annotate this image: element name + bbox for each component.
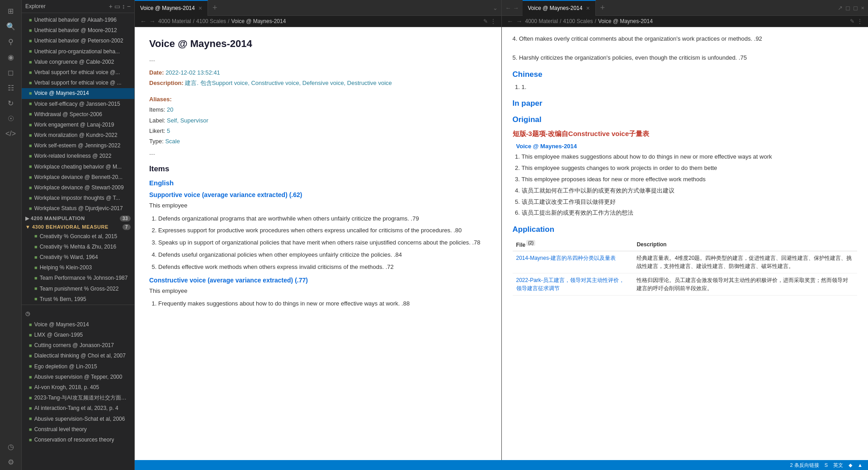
search-icon[interactable]: 🔍 xyxy=(4,19,18,33)
supportive-voice-heading: Supportive voice (average variance extra… xyxy=(149,191,487,198)
new-file-icon[interactable]: + xyxy=(109,3,113,10)
tree-item-work-self-esteem[interactable]: ■Work self-esteem @ Jennings-2022 xyxy=(22,141,134,151)
tree-item-team-performance[interactable]: ■Team Performance % Johnson-1987 xyxy=(22,273,134,283)
right-back-icon[interactable]: ← xyxy=(505,5,511,11)
left-tab-add-icon[interactable]: + xyxy=(208,3,222,13)
tree-item-voice-maynes[interactable]: ■Voice @ Maynes-2014 xyxy=(22,88,134,99)
right-maximize-icon[interactable]: ◻ xyxy=(853,5,858,11)
undo-icon[interactable]: ↻ xyxy=(4,96,18,110)
file-doc-icon: ■ xyxy=(29,415,32,423)
edit-icon[interactable]: ✎ xyxy=(483,18,488,24)
backlinks-count[interactable]: 2 条反向链接 xyxy=(790,462,819,469)
tree-item-workplace-impostor[interactable]: ■Workplace impostor thoughts @ T... xyxy=(22,193,134,203)
tree-item-withdrawal[interactable]: ■Withdrawal @ Spector-2006 xyxy=(22,109,134,120)
database-icon[interactable]: ◻ xyxy=(4,65,18,80)
right-tab-add-icon[interactable]: + xyxy=(596,3,610,13)
recent-abusive[interactable]: ■Abusive supervision @ Tepper, 2000 xyxy=(22,372,134,382)
right-tab-bar: ← → Voice @ Maynes-2014 × + ↗ ◻ ◻ × xyxy=(502,0,868,16)
right-split-icon[interactable]: ◻ xyxy=(845,5,850,11)
left-tab-close-icon[interactable]: × xyxy=(198,5,202,12)
recent-voice-maynes[interactable]: ■Voice @ Maynes-2014 xyxy=(22,320,134,330)
collapse-icon[interactable]: − xyxy=(127,3,131,10)
clock-icon[interactable]: ◷ xyxy=(4,439,18,454)
table-cell-file-link-1[interactable]: 2014-Maynes-建言的吊四种分类以及量表 xyxy=(513,251,633,273)
section-4300-behavioral[interactable]: ▼ 4300 Behavioral measure 7 xyxy=(22,223,134,231)
right-minimize-icon[interactable]: ↗ xyxy=(838,5,843,11)
right-more-icon[interactable]: ⋮ xyxy=(857,18,863,24)
symbols-icon[interactable]: </> xyxy=(4,127,18,141)
right-edit-icon[interactable]: ✎ xyxy=(850,18,854,24)
left-content-scroll[interactable]: Voice @ Maynes-2014 --- Date: 2022-12-02… xyxy=(135,27,501,460)
right-tab-close-icon[interactable]: × xyxy=(586,5,590,12)
left-tab-voice-maynes[interactable]: Voice @ Maynes-2014 × xyxy=(135,0,208,16)
recent-lmx-graen[interactable]: ■LMX @ Graen-1995 xyxy=(22,330,134,340)
short-heading: 短版-3题项-改编自Constructive voice子量表 xyxy=(513,130,858,138)
sougou-icon[interactable]: S xyxy=(825,462,828,468)
recent-construal[interactable]: ■Construal level theory xyxy=(22,424,134,435)
file-doc-icon: ■ xyxy=(29,37,32,45)
file-tree-scroll[interactable]: ■Unethical behavior @ Akaah-1996 ■Unethi… xyxy=(22,13,134,470)
recent-ai-interaction[interactable]: ■AI interaction-Tang et al, 2023, p. 4 xyxy=(22,403,134,414)
recent-cutting-corners[interactable]: ■Cutting corners @ Jonason-2017 xyxy=(22,340,134,351)
tree-item-workplace-deviance-stewart[interactable]: ■Workplace deviance @ Stewart-2009 xyxy=(22,183,134,193)
right-tab-voice-maynes[interactable]: Voice @ Maynes-2014 × xyxy=(523,0,596,16)
right-close-icon[interactable]: × xyxy=(861,5,864,11)
recent-ai-von-krogh[interactable]: ■AI-von Krogh, 2018, p. 405 xyxy=(22,382,134,393)
tree-item-trust-bern[interactable]: ■Trust % Bern, 1995 xyxy=(22,294,134,305)
tree-item-work-related-loneliness[interactable]: ■Work-related loneliness @ 2022 xyxy=(22,151,134,161)
breadcrumb-path-scales[interactable]: 4100 Scales xyxy=(196,18,226,24)
right-breadcrumb-scales[interactable]: 4100 Scales xyxy=(563,18,593,24)
language-label[interactable]: 英文 xyxy=(833,462,843,469)
recent-abusive-schat[interactable]: ■Abusive supervision-Schat et al, 2006 xyxy=(22,414,134,424)
tree-item-helping-klein[interactable]: ■Helping % Klein-2003 xyxy=(22,263,134,273)
tree-item-value-congruence[interactable]: ■Value congruence @ Cable-2002 xyxy=(22,57,134,67)
back-button[interactable]: ← xyxy=(140,18,146,25)
table-cell-desc-2: 性格归因理论。员工建言会激发领导对其主动性的积极评价，进而采取奖赏；然而领导对建… xyxy=(633,273,857,296)
tree-item-workplace-deviance-bennett[interactable]: ■Workplace deviance @ Bennett-20... xyxy=(22,172,134,183)
file-doc-icon: ■ xyxy=(29,394,32,402)
tree-item-verbal-support-1[interactable]: ■Verbal support for ethical voice @... xyxy=(22,67,134,78)
chevron-down-icon[interactable]: ⌄ xyxy=(493,5,498,11)
tree-item-unethical-pro[interactable]: ■Unethical pro-organizational beha... xyxy=(22,47,134,57)
forward-button[interactable]: → xyxy=(149,18,156,25)
right-pane-content-scroll[interactable]: 4. Often makes overly critical comments … xyxy=(502,27,868,460)
tree-item-work-engagement[interactable]: ■Work engagement @ Lanaj-2019 xyxy=(22,120,134,130)
right-forward-btn[interactable]: → xyxy=(516,18,523,25)
sort-icon[interactable]: ↕ xyxy=(122,3,125,10)
breadcrumb-path-material[interactable]: 4000 Material xyxy=(158,18,191,24)
items-val: 20 xyxy=(167,106,173,113)
files-icon[interactable]: ⊞ xyxy=(4,4,18,18)
tree-item-unethical-moore[interactable]: ■Unethical behavior @ Moore-2012 xyxy=(22,25,134,36)
right-back-btn[interactable]: ← xyxy=(507,18,514,25)
more-options-icon[interactable]: ⋮ xyxy=(491,18,496,24)
tree-item-creativity-ward[interactable]: ■Creativity % Ward, 1964 xyxy=(22,252,134,263)
new-folder-icon[interactable]: ▭ xyxy=(114,3,120,10)
table-cell-file-link-2[interactable]: 2022-Park-员工建言，领导对其主动性评价，领导建言征求调节 xyxy=(513,273,633,296)
tree-item-creativity-goncalo[interactable]: ■Creativity % Goncalo et al, 2015 xyxy=(22,231,134,242)
recent-conservation[interactable]: ■Conservation of resources theory xyxy=(22,435,134,445)
right-forward-icon[interactable]: → xyxy=(513,5,519,11)
tree-item-unethical-akaah[interactable]: ■Unethical behavior @ Akaah-1996 xyxy=(22,15,134,25)
label-val: Self, Supervisor xyxy=(167,117,208,124)
tree-item-work-moralization[interactable]: ■Work moralization @ Kundro-2022 xyxy=(22,130,134,141)
tree-item-creativity-mehta[interactable]: ■Creativity % Mehta & Zhu, 2016 xyxy=(22,242,134,252)
right-breadcrumb-material[interactable]: 4000 Material xyxy=(525,18,558,24)
recent-dialectical[interactable]: ■Dialectical thinking @ Choi et al, 2007 xyxy=(22,351,134,361)
status-bar-right: 2 条反向链接 S 英文 ◆ ▲ xyxy=(790,462,863,469)
settings-icon[interactable]: ⚙ xyxy=(4,455,18,469)
tree-item-workplace-status[interactable]: ■Workplace Status @ Djurdjevic-2017 xyxy=(22,203,134,214)
tree-item-workplace-cheating[interactable]: ■Workplace cheating behavior @ M... xyxy=(22,162,134,172)
recent-2023-tang[interactable]: ■2023-Tang-与AI攻互频道对社交方面的影... xyxy=(22,393,134,403)
tree-item-voice-self-efficacy[interactable]: ■Voice self-efficacy @ Janssen-2015 xyxy=(22,99,134,109)
table-icon[interactable]: ☷ xyxy=(4,80,18,95)
tree-item-verbal-support-2[interactable]: ■Verbal support for ethical voice @ ... xyxy=(22,78,134,88)
source-control-icon[interactable]: ⚲ xyxy=(4,34,18,49)
section-4200-manipulation[interactable]: ▶ 4200 Manipulation 33 xyxy=(22,214,134,223)
recent-ego-depletion[interactable]: ■Ego depletion @ Lin-2015 xyxy=(22,362,134,372)
bookmark-icon[interactable]: ◉ xyxy=(4,50,18,64)
tree-item-unethical-peterson[interactable]: ■Unethical behavior @ Peterson-2002 xyxy=(22,36,134,46)
user-icon[interactable]: ☉ xyxy=(4,111,18,126)
file-tree-actions: + ▭ ↕ − xyxy=(109,3,131,10)
tree-item-team-punishment[interactable]: ■Team punishment % Gross-2022 xyxy=(22,284,134,294)
status-bar: 2 条反向链接 S 英文 ◆ ▲ xyxy=(135,460,868,470)
